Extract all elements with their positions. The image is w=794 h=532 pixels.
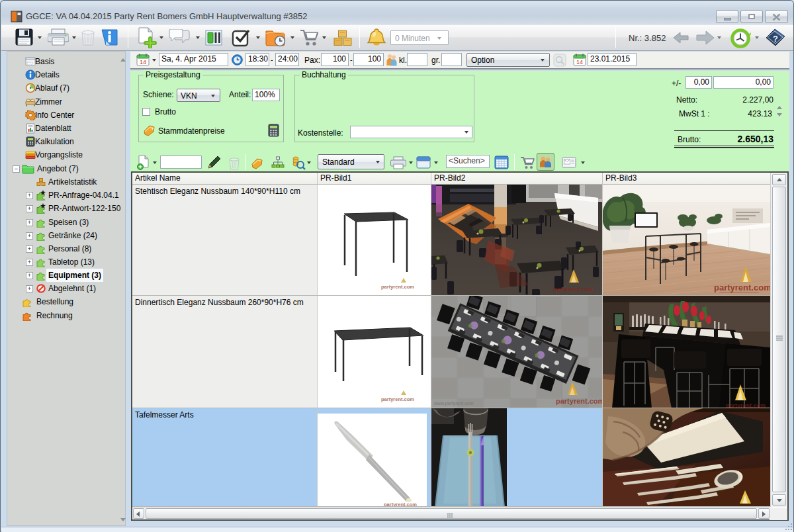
svg-text:partyrent.com: partyrent.com: [381, 284, 414, 290]
svg-text:partyrent.com: partyrent.com: [726, 402, 766, 408]
svg-text:14: 14: [140, 59, 146, 66]
svg-text:partyrent.com: partyrent.com: [556, 397, 603, 405]
svg-text:partyrent.com: partyrent.com: [714, 283, 770, 292]
svg-text:partyrent.com: partyrent.com: [384, 502, 417, 507]
svg-text:?: ?: [773, 34, 778, 44]
svg-text:partyrent.com: partyrent.com: [381, 396, 414, 402]
svg-text:partyrent.com: partyrent.com: [553, 286, 593, 292]
svg-text:14: 14: [576, 59, 583, 66]
svg-text:www.partyrent.com: www.partyrent.com: [433, 401, 474, 406]
